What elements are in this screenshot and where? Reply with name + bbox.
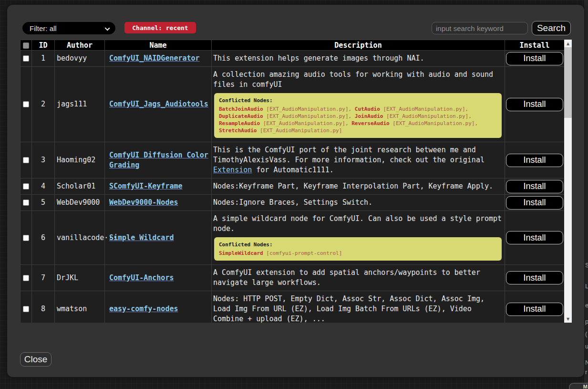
row-author: Haoming02 (55, 142, 105, 179)
row-name-cell: Simple Wildcard (105, 211, 212, 265)
channel-badge: Channel: recent (124, 22, 196, 33)
row-description: This extension helps generate images thr… (212, 51, 505, 67)
row-id: 3 (32, 142, 55, 179)
table-row: 4Scholar01SComfyUI-KeyframeNodes:Keyfram… (21, 179, 565, 195)
search-button[interactable]: Search (532, 21, 571, 35)
conflict-node-name: BatchJoinAudio (219, 106, 263, 112)
background-menu-fragment-label: M (583, 384, 588, 389)
scroll-up-arrow-icon[interactable]: ▲ (564, 40, 572, 47)
row-name-cell: easy-comfy-nodes (105, 291, 212, 323)
row-select-checkbox[interactable] (23, 200, 29, 206)
extension-name-link[interactable]: ComfyUI_Jags_Audiotools (109, 100, 208, 108)
install-button[interactable]: Install (506, 196, 563, 210)
scroll-down-arrow-icon[interactable]: ▼ (564, 315, 572, 323)
extension-name-link[interactable]: Simple Wildcard (109, 233, 174, 242)
install-button[interactable]: Install (506, 303, 563, 316)
install-button[interactable]: Install (506, 98, 563, 111)
conflict-file-name: [EXT_AudioManipulation.py], (386, 113, 472, 119)
conflicted-nodes-title: Conflicted Nodes: (219, 97, 497, 104)
filter-select[interactable]: Filter: all (22, 22, 115, 34)
conflicted-nodes-box: Conflicted Nodes:SimpleWildcard [comfyui… (214, 237, 502, 261)
header-author: Author (55, 40, 105, 51)
table-row: 5WebDev9000WebDev9000-NodesNodes:Ignore … (21, 195, 565, 211)
table-row: 1bedovyyComfyUI_NAIDGeneratorThis extens… (21, 51, 565, 67)
row-checkbox-cell (21, 265, 32, 291)
description-link[interactable]: Extension (213, 166, 252, 174)
row-checkbox-cell (21, 291, 32, 323)
install-button[interactable]: Install (506, 180, 563, 193)
row-description: A ComfyUI extension to add spatial ancho… (212, 265, 505, 291)
conflicted-nodes-title: Conflicted Nodes: (219, 241, 497, 248)
row-install-cell: Install (505, 195, 565, 211)
row-select-checkbox[interactable] (23, 235, 29, 241)
install-button[interactable]: Install (506, 52, 563, 65)
install-button[interactable]: Install (506, 154, 563, 167)
background-text-fragment: ( (585, 330, 588, 337)
row-author: jags111 (55, 67, 105, 142)
row-id: 4 (32, 179, 55, 195)
background-text-fragment: L (585, 283, 588, 290)
conflict-node-name: ReverseAudio (351, 120, 389, 126)
conflict-file-name: [EXT_AudioManipulation.py], (392, 120, 478, 126)
row-id: 6 (32, 211, 55, 265)
row-description: This is the ComfyUI port of the joint re… (212, 142, 505, 179)
background-text-fragment: e (585, 302, 588, 309)
conflicted-nodes-box: Conflicted Nodes:BatchJoinAudio [EXT_Aud… (214, 93, 502, 138)
row-select-checkbox[interactable] (23, 306, 29, 312)
row-checkbox-cell (21, 142, 32, 179)
extension-table-container: ID Author Name Description Install 1bedo… (20, 40, 572, 323)
row-id: 8 (32, 291, 55, 323)
row-install-cell: Install (505, 51, 565, 67)
scrollbar-thumb[interactable] (564, 47, 572, 118)
background-text-fragment: p (585, 318, 588, 325)
conflict-file-name: [EXT_AudioManipulation.py], (266, 113, 354, 119)
row-select-checkbox[interactable] (23, 275, 29, 281)
header-id: ID (32, 40, 55, 51)
conflict-file-name: [EXT_AudioManipulation.py], (263, 120, 351, 126)
row-author: wmatson (55, 291, 105, 323)
row-select-checkbox[interactable] (23, 183, 29, 189)
row-author: Scholar01 (55, 179, 105, 195)
row-checkbox-cell (21, 179, 32, 195)
background-text-fragment: N (585, 359, 588, 366)
row-install-cell: Install (505, 67, 565, 142)
extension-name-link[interactable]: ComfyUI_NAIDGenerator (109, 54, 200, 63)
row-name-cell: ComfyUI Diffusion Color Grading (105, 142, 212, 179)
conflict-node-name: CutAudio (355, 106, 380, 112)
extension-name-link[interactable]: SComfyUI-Keyframe (109, 182, 183, 190)
row-description: Nodes: HTTP POST, Empty Dict, Assoc Str,… (212, 291, 505, 323)
conflict-file-name: [EXT_AudioManipulation.py], (383, 106, 468, 112)
row-author: WebDev9000 (55, 195, 105, 211)
row-checkbox-cell (21, 211, 32, 265)
install-button[interactable]: Install (506, 271, 563, 284)
extension-name-link[interactable]: easy-comfy-nodes (109, 305, 178, 313)
row-name-cell: WebDev9000-Nodes (105, 195, 212, 211)
table-row: 6vanillacode···Simple WildcardA simple w… (21, 211, 565, 265)
extension-name-link[interactable]: ComfyUI Diffusion Color Grading (109, 151, 208, 169)
select-all-checkbox[interactable] (23, 42, 29, 49)
background-canvas-edge: SLep(uNrT (584, 0, 588, 389)
close-button[interactable]: Close (20, 352, 52, 367)
row-select-checkbox[interactable] (23, 101, 29, 107)
filter-select-wrap: Filter: all (22, 22, 115, 34)
row-name-cell: SComfyUI-Keyframe (105, 179, 212, 195)
table-scrollbar[interactable]: ▲ ▼ (564, 40, 572, 323)
table-row: 7DrJKLComfyUI-AnchorsA ComfyUI extension… (21, 265, 565, 291)
table-row: 3Haoming02ComfyUI Diffusion Color Gradin… (21, 142, 565, 179)
background-text-fragment: r (585, 368, 588, 376)
row-checkbox-cell (21, 67, 32, 142)
row-select-checkbox[interactable] (23, 55, 29, 62)
header-description: Description (212, 40, 505, 51)
row-name-cell: ComfyUI-Anchors (105, 265, 212, 291)
row-id: 1 (32, 51, 55, 67)
search-input[interactable] (432, 22, 528, 34)
install-button[interactable]: Install (506, 231, 563, 244)
extension-name-link[interactable]: WebDev9000-Nodes (109, 198, 178, 207)
row-select-checkbox[interactable] (23, 157, 29, 163)
extension-installer-dialog: Filter: all Channel: recent Search ID Au… (7, 5, 584, 377)
conflict-file-name: [comfyui-prompt-control] (266, 250, 342, 256)
extension-name-link[interactable]: ComfyUI-Anchors (109, 273, 174, 282)
conflict-node-name: StretchAudio (219, 127, 257, 134)
row-id: 5 (32, 195, 55, 211)
row-checkbox-cell (21, 51, 32, 67)
